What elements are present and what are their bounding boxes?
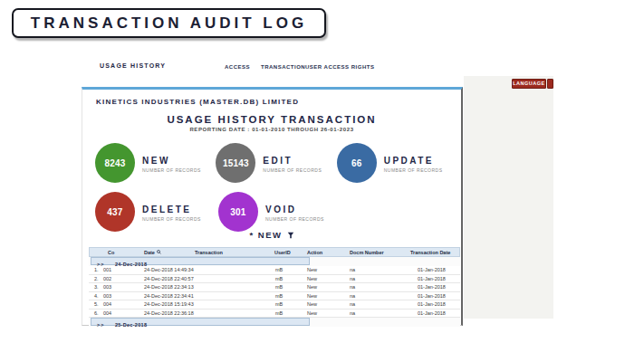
language-button[interactable]: LANGUAGE	[512, 79, 546, 89]
filter-icon	[284, 230, 294, 240]
stat-value: 437	[107, 207, 122, 217]
cell-action: New	[307, 275, 317, 283]
cell-index: 3.	[94, 283, 99, 291]
stat-text: UPDATE NUMBER OF RECORDS	[384, 154, 443, 173]
table-group-row[interactable]: >> 25-Dec-2018	[89, 318, 460, 327]
report-card: KINETICS INDUSTRIES (MASTER.DB) LIMITED …	[82, 87, 463, 326]
cell-docm-number: na	[350, 266, 355, 274]
cell-transaction-date: 01-Jan-2018	[418, 283, 446, 291]
group-box[interactable]: >> 25-Dec-2018	[91, 318, 310, 326]
side-panel	[464, 76, 553, 319]
cell-action: New	[307, 283, 317, 291]
col-header-action[interactable]: Action	[307, 248, 322, 257]
cell-date: 24-Dec-2018 22:36:18	[144, 310, 194, 318]
stat-text: NEW NUMBER OF RECORDS	[142, 154, 201, 173]
stat-circle: 301	[218, 192, 258, 232]
app-brand: USAGE HISTORY	[100, 62, 166, 69]
cell-action: New	[307, 292, 317, 300]
table-row[interactable]: 4. 003 24-Dec-2018 22:34:41 mB New na 01…	[89, 292, 460, 301]
col-header-co[interactable]: Co	[108, 248, 114, 257]
table-body: >> 24-Dec-2018 1. 001 24-Dec-2018 14:49:…	[89, 257, 460, 327]
cell-userid: mB	[275, 266, 283, 274]
cell-userid: mB	[275, 310, 283, 318]
stat-value: 66	[351, 158, 362, 168]
tab-access[interactable]: ACCESS	[225, 64, 250, 70]
transactions-table: Co Date Transaction UserID Action Docm N…	[89, 247, 460, 327]
cell-docm-number: na	[350, 292, 355, 300]
cell-docm-number: na	[350, 275, 355, 283]
filter-control[interactable]: * NEW	[82, 230, 461, 240]
group-date-label: 25-Dec-2018	[115, 322, 147, 328]
stat-sublabel: NUMBER OF RECORDS	[142, 167, 201, 173]
stat-circle: 437	[95, 192, 135, 232]
company-name: KINETICS INDUSTRIES (MASTER.DB) LIMITED	[96, 98, 299, 106]
cell-co: 003	[103, 283, 111, 291]
cell-co: 004	[103, 300, 111, 309]
cell-date: 24-Dec-2018 22:40:57	[144, 275, 194, 283]
cell-userid: mB	[275, 283, 283, 291]
cell-date: 24-Dec-2018 15:19:43	[144, 300, 194, 309]
table-group-row[interactable]: >> 24-Dec-2018	[89, 257, 460, 266]
stat-text: VOID NUMBER OF RECORDS	[265, 203, 324, 222]
page-title-box: TRANSACTION AUDIT LOG	[12, 8, 326, 38]
col-header-userid[interactable]: UserID	[274, 248, 291, 257]
stat-label: NEW	[142, 156, 201, 166]
table-row[interactable]: 2. 002 24-Dec-2018 22:40:57 mB New na 01…	[89, 275, 460, 284]
cell-userid: mB	[275, 292, 283, 300]
cell-date: 24-Dec-2018 22:34:41	[144, 292, 194, 300]
tab-user-access-rights[interactable]: USER ACCESS RIGHTS	[305, 64, 374, 70]
cell-docm-number: na	[350, 283, 355, 291]
search-icon[interactable]	[157, 248, 161, 257]
stat-sublabel: NUMBER OF RECORDS	[263, 167, 322, 173]
cell-docm-number: na	[350, 300, 355, 309]
stat-item: 8243 NEW NUMBER OF RECORDS	[95, 142, 216, 184]
col-header-transaction-date[interactable]: Transaction Date	[410, 248, 450, 257]
cell-index: 5.	[94, 300, 99, 309]
stats-row-2: 437 DELETE NUMBER OF RECORDS 301 VOID NU…	[95, 191, 457, 233]
col-header-transaction[interactable]: Transaction	[195, 248, 223, 257]
stat-label: VOID	[265, 205, 324, 214]
cell-docm-number: na	[350, 310, 355, 318]
table-row[interactable]: 1. 001 24-Dec-2018 14:49:34 mB New na 01…	[89, 266, 460, 275]
cell-transaction-date: 01-Jan-2018	[418, 275, 446, 283]
cell-userid: mB	[275, 275, 283, 283]
stat-item: 437 DELETE NUMBER OF RECORDS	[95, 191, 218, 233]
cell-index: 4.	[94, 292, 99, 300]
table-row[interactable]: 6. 004 24-Dec-2018 22:36:18 mB New na 01…	[89, 310, 460, 319]
stat-text: DELETE NUMBER OF RECORDS	[142, 203, 201, 222]
group-box[interactable]: >> 24-Dec-2018	[91, 257, 310, 265]
partial-button[interactable]	[547, 79, 553, 89]
col-header-date[interactable]: Date	[144, 248, 161, 257]
stat-circle: 66	[337, 143, 377, 183]
stat-sublabel: NUMBER OF RECORDS	[384, 167, 443, 173]
col-header-docm-number[interactable]: Docm Number	[350, 248, 384, 257]
tab-transaction[interactable]: TRANSACTION	[261, 64, 305, 70]
stat-label: UPDATE	[384, 156, 443, 166]
cell-index: 6.	[94, 310, 99, 318]
cell-transaction-date: 01-Jan-2018	[418, 292, 446, 300]
cell-date: 24-Dec-2018 22:34:13	[144, 283, 194, 291]
stat-value: 8243	[104, 158, 125, 168]
cell-co: 003	[103, 292, 111, 300]
stat-sublabel: NUMBER OF RECORDS	[142, 216, 201, 222]
cell-action: New	[307, 266, 317, 274]
report-title: USAGE HISTORY TRANSACTION	[82, 114, 461, 125]
cell-userid: mB	[275, 300, 283, 309]
stats-row-1: 8243 NEW NUMBER OF RECORDS 15143 EDIT NU…	[95, 142, 457, 184]
cell-action: New	[307, 300, 317, 309]
table-row[interactable]: 5. 004 24-Dec-2018 15:19:43 mB New na 01…	[89, 300, 460, 310]
cell-transaction-date: 01-Jan-2018	[418, 310, 446, 318]
filter-label: * NEW	[250, 230, 283, 240]
stat-value: 301	[230, 207, 245, 217]
cell-co: 002	[103, 275, 111, 283]
stat-item: 15143 EDIT NUMBER OF RECORDS	[216, 142, 336, 184]
table-row[interactable]: 3. 003 24-Dec-2018 22:34:13 mB New na 01…	[89, 283, 460, 292]
stat-value: 15143	[223, 158, 249, 168]
expand-icon: >>	[97, 322, 104, 328]
stat-item: 301 VOID NUMBER OF RECORDS	[218, 191, 341, 233]
report-subtitle: REPORTING DATE : 01-01-2010 THROUGH 26-0…	[82, 127, 461, 132]
page-title: TRANSACTION AUDIT LOG	[31, 14, 307, 33]
cell-index: 1.	[94, 266, 99, 274]
stat-circle: 15143	[216, 143, 255, 183]
stat-label: DELETE	[142, 205, 201, 214]
